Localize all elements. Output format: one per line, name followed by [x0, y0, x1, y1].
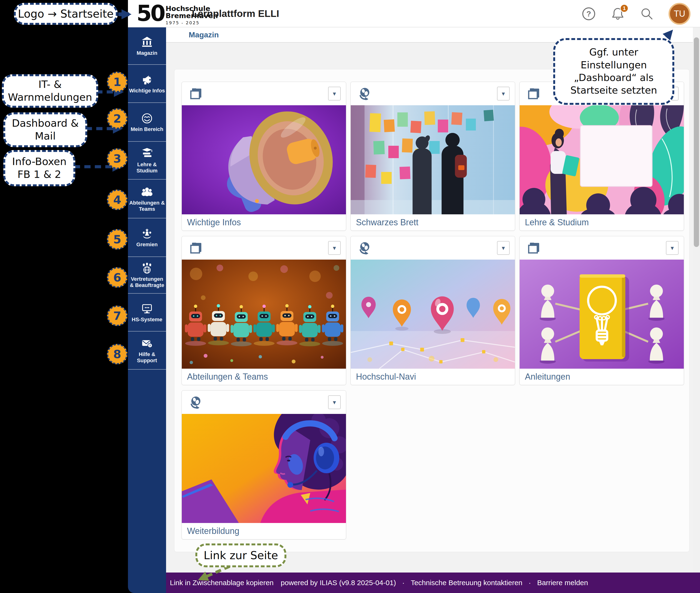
sidebar-item-label: Magazin: [137, 50, 157, 56]
committee-icon: [141, 227, 153, 240]
sidebar-item-label: Vertretungen & Beauftragte: [128, 276, 165, 288]
folder-icon: [527, 241, 540, 254]
card-title-abteilungen-teams[interactable]: Abteilungen & Teams: [187, 372, 268, 382]
card-image-megaphone: [182, 105, 346, 214]
bank-icon: [141, 36, 153, 49]
scrollbar-track: [693, 27, 700, 572]
card-hochschul-navi[interactable]: ▾: [351, 236, 515, 385]
weblink-icon: [358, 87, 371, 100]
page-title: Lernplattform ELLI: [192, 8, 279, 19]
card-title-lehre-studium[interactable]: Lehre & Studium: [525, 218, 589, 228]
monitor-password-icon: [141, 302, 153, 315]
footer-separator: ·: [402, 579, 405, 587]
sidebar-item-label: Wichtige Infos: [129, 88, 165, 94]
svg-text:?: ?: [149, 344, 151, 348]
card-actions-dropdown[interactable]: ▾: [497, 241, 510, 255]
step-badge-1: 1: [107, 72, 127, 92]
card-wichtige-infos[interactable]: ▾: [182, 82, 346, 231]
arrow-to-logo: [117, 9, 139, 20]
card-head: ▾: [351, 236, 515, 260]
breadcrumb[interactable]: Magazin: [189, 31, 219, 39]
notification-badge: 1: [620, 4, 629, 13]
folder-icon: [189, 241, 202, 254]
card-label-row: Schwarzes Brett: [351, 214, 515, 231]
sidebar-item-wichtige-infos[interactable]: Wichtige Infos: [128, 65, 166, 103]
step-badge-5: 5: [107, 229, 127, 249]
sidebar-item-hilfe-support[interactable]: ? Hilfe & Support: [128, 331, 166, 369]
sidebar-item-label: Hilfe & Support: [128, 351, 165, 364]
step-badge-3: 3: [107, 148, 127, 169]
card-title-hochschul-navi[interactable]: Hochschul-Navi: [356, 372, 416, 382]
sidebar-item-mein-bereich[interactable]: Mein Bereich: [128, 103, 166, 142]
sidebar-item-label: Lehre & Studium: [128, 161, 165, 174]
card-actions-dropdown[interactable]: ▾: [328, 241, 341, 255]
card-actions-dropdown[interactable]: ▾: [328, 395, 341, 409]
globe-people-icon: [141, 262, 153, 275]
annotation-settings-note: Ggf. unter Einstellungen „Dashboard“ als…: [553, 38, 674, 105]
card-title-anleitungen[interactable]: Anleitungen: [525, 372, 570, 382]
annotation-warnmeldungen-note: IT- & Warnmeldungen: [2, 74, 98, 108]
card-title-weiterbildung[interactable]: Weiterbildung: [187, 526, 239, 536]
footer-report-link[interactable]: Barriere melden: [537, 579, 588, 587]
sidebar-item-hs-systeme[interactable]: HS-Systeme: [128, 293, 166, 331]
card-title-wichtige-infos[interactable]: Wichtige Infos: [187, 218, 241, 228]
card-anleitungen[interactable]: ▾: [519, 236, 684, 385]
annotation-dashboard-note: Dashboard & Mail: [3, 112, 87, 147]
card-image-sticky-notes: [351, 105, 515, 214]
sidebar-item-vertretungen[interactable]: Vertretungen & Beauftragte: [128, 257, 166, 293]
card-label-row: Wichtige Infos: [182, 214, 346, 231]
chevron-down-icon: ▾: [333, 90, 336, 97]
card-image-headset-portrait: [182, 414, 346, 523]
sidebar-item-label: Mein Bereich: [131, 126, 163, 132]
sidebar-item-magazin[interactable]: Magazin: [128, 27, 166, 65]
card-actions-dropdown[interactable]: ▾: [328, 87, 341, 101]
weblink-icon: [189, 396, 202, 409]
step-badge-6: 6: [107, 267, 127, 288]
weblink-icon: [358, 241, 371, 254]
card-label-row: Weiterbildung: [182, 523, 346, 539]
card-actions-dropdown[interactable]: ▾: [497, 87, 510, 101]
sidebar-item-label: HS-Systeme: [132, 317, 162, 323]
chevron-down-icon: ▾: [502, 90, 505, 97]
folder-icon: [189, 87, 202, 100]
help-button[interactable]: ?: [581, 6, 596, 21]
footer-support-link[interactable]: Technische Betreuung kontaktieren: [411, 579, 522, 587]
step-badge-8: 8: [107, 344, 127, 364]
sidebar-item-label: Gremien: [136, 241, 157, 248]
chevron-down-icon: ▾: [671, 245, 674, 251]
sidebar-item-lehre-studium[interactable]: Lehre & Studium: [128, 142, 166, 180]
chevron-down-icon: ▾: [333, 399, 336, 405]
arrow-to-mein-bereich: [85, 124, 132, 133]
card-grid: ▾: [182, 82, 684, 540]
card-label-row: Hochschul-Navi: [351, 369, 515, 385]
card-image-map-pins: [351, 260, 515, 369]
card-head: ▾: [182, 236, 346, 260]
sidebar-item-abteilungen-teams[interactable]: Abteilungen & Teams: [128, 180, 166, 219]
search-button[interactable]: [639, 6, 654, 21]
annotation-logo-note: Logo → Startseite: [14, 3, 118, 25]
megaphone-icon: [141, 73, 153, 86]
people-group-icon: [141, 186, 153, 198]
card-image-lightbulb-network: [520, 260, 684, 369]
step-badge-7: 7: [107, 306, 127, 326]
logo-years: 1975 - 2025: [165, 20, 218, 25]
card-weiterbildung[interactable]: ▾: [182, 390, 346, 540]
smiley-icon: [141, 112, 153, 125]
card-actions-dropdown[interactable]: ▾: [666, 241, 678, 255]
chevron-down-icon: ▾: [502, 245, 505, 251]
footer-separator: ·: [529, 579, 531, 587]
sidebar-item-gremien[interactable]: Gremien: [128, 219, 166, 257]
sidebar-item-label: Abteilungen & Teams: [128, 200, 165, 212]
card-title-schwarzes-brett[interactable]: Schwarzes Brett: [356, 218, 418, 228]
svg-text:?: ?: [586, 9, 591, 18]
annotation-link-note: Link zur Seite: [195, 544, 286, 567]
help-icon: ?: [582, 7, 596, 21]
card-label-row: Lehre & Studium: [520, 214, 684, 231]
scrollbar-thumb[interactable]: [694, 37, 699, 247]
notifications-button[interactable]: 1: [611, 6, 625, 21]
card-head: ▾: [351, 82, 515, 105]
card-abteilungen-teams[interactable]: ▾: [182, 236, 346, 385]
card-head: ▾: [182, 82, 346, 105]
card-schwarzes-brett[interactable]: ▾: [351, 82, 515, 231]
annotation-infoboxen-note: Info-Boxen FB 1 & 2: [3, 150, 75, 186]
